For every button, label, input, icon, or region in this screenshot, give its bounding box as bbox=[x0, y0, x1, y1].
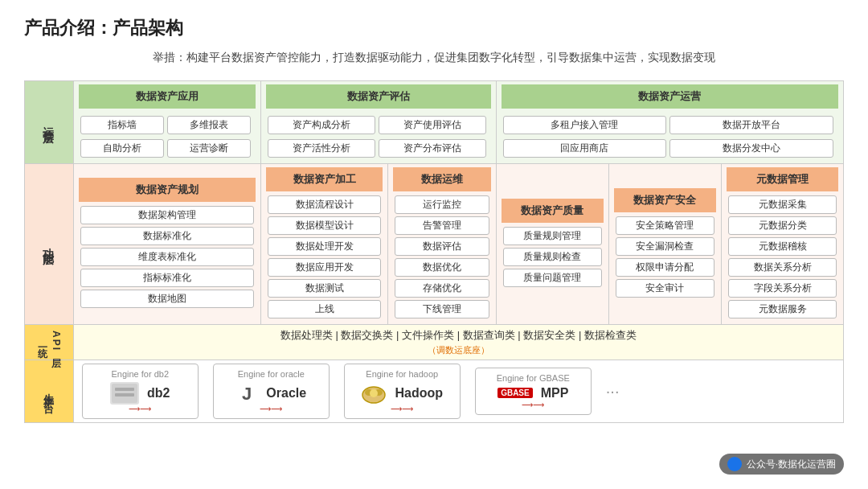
api-sub: （调数运底座） bbox=[79, 344, 838, 356]
func-proc-item-2: 数据处理开发 bbox=[268, 237, 381, 256]
ops-app-item-1: 多维报表 bbox=[167, 116, 251, 134]
ops-app-item-2: 自助分析 bbox=[80, 139, 164, 158]
api-content: 数据处理类 | 数据交换类 | 文件操作类 | 数据查询类 | 数据安全类 | … bbox=[79, 328, 838, 343]
engine-gbase-name: MPP bbox=[541, 386, 569, 401]
func-plan-cell: 数据资产规划 数据架构管理 数据标准化 维度表标准化 指标标准化 数据地图 bbox=[73, 163, 261, 324]
func-layer-row: 功能层 数据资产规划 数据架构管理 数据标准化 维度表标准化 指标标准化 数据地… bbox=[25, 163, 844, 324]
ops-eval-item-0: 资产构成分析 bbox=[268, 116, 375, 134]
svg-rect-2 bbox=[115, 393, 134, 397]
hadoop-arrow: ⟶⟶ bbox=[351, 405, 453, 413]
func-ops-header: 数据运维 bbox=[393, 167, 490, 191]
ops-mgmt-header: 数据资产运营 bbox=[502, 84, 838, 109]
subtitle: 举措：构建平台数据资产管控能力，打造数据驱动能力，促进集团数字化转型，引导数据集… bbox=[24, 48, 844, 68]
ops-eval-item-1: 资产使用评估 bbox=[379, 116, 486, 134]
prod-layer-label: 生产平台 bbox=[25, 360, 74, 422]
func-ops-cell: 数据运维 运行监控 告警管理 数据评估 数据优化 存储优化 下线管理 bbox=[388, 163, 496, 324]
ops-mgmt-item-0: 多租户接入管理 bbox=[503, 116, 667, 134]
engine-gbase-logo: GBASE MPP bbox=[482, 386, 584, 401]
func-plan-header: 数据资产规划 bbox=[79, 178, 256, 202]
func-security-cell: 数据资产安全 安全策略管理 安全漏洞检查 权限申请分配 安全审计 bbox=[608, 163, 721, 324]
watermark-icon bbox=[727, 457, 742, 471]
func-plan-item-3: 指标标准化 bbox=[80, 269, 255, 287]
func-proc-item-4: 数据测试 bbox=[268, 279, 381, 298]
func-ops-item-2: 数据评估 bbox=[395, 237, 489, 256]
watermark-text: 公众号·数据化运营圈 bbox=[747, 458, 836, 471]
prod-layer-row: 生产平台 Engine for db2 db2 bbox=[25, 360, 844, 422]
hadoop-icon bbox=[361, 382, 387, 405]
engine-gbase-title: Engine for GBASE bbox=[482, 373, 584, 383]
ops-app-item-0: 指标墙 bbox=[80, 116, 164, 134]
func-quality-item-1: 质量规则检查 bbox=[503, 248, 602, 266]
ops-layer-row: 运营层 数据资产应用 指标墙 多维报表 自助分析 运营诊断 数据资产评估 资产构… bbox=[25, 80, 844, 163]
func-quality-item-2: 质量问题管理 bbox=[503, 269, 602, 287]
api-layer-row: 统一 API层 数据处理类 | 数据交换类 | 文件操作类 | 数据查询类 | … bbox=[25, 324, 844, 360]
gbase-arrow: ⟶⟶ bbox=[482, 401, 584, 409]
ops-app-item-3: 运营诊断 bbox=[167, 139, 251, 158]
svg-point-7 bbox=[370, 389, 378, 397]
engine-gbase: Engine for GBASE GBASE MPP ⟶⟶ bbox=[475, 368, 592, 415]
ops-mgmt-item-1: 数据开放平台 bbox=[669, 116, 833, 134]
prod-engines-cell: Engine for db2 db2 ⟶⟶ bbox=[73, 360, 843, 422]
func-proc-cell: 数据资产加工 数据流程设计 数据模型设计 数据处理开发 数据应用开发 数据测试 … bbox=[261, 163, 388, 324]
func-meta-item-4: 字段关系分析 bbox=[728, 279, 837, 298]
func-security-item-0: 安全策略管理 bbox=[616, 216, 714, 235]
func-plan-item-4: 数据地图 bbox=[80, 290, 255, 308]
api-content-cell: 数据处理类 | 数据交换类 | 文件操作类 | 数据查询类 | 数据安全类 | … bbox=[73, 324, 843, 360]
ops-mgmt-cell: 数据资产运营 多租户接入管理 数据开放平台 回应用商店 数据分发中心 bbox=[496, 80, 843, 163]
db2-arrow: ⟶⟶ bbox=[89, 405, 191, 413]
func-security-item-3: 安全审计 bbox=[616, 279, 714, 298]
ops-eval-item-2: 资产活性分析 bbox=[268, 139, 375, 158]
func-ops-item-1: 告警管理 bbox=[395, 216, 489, 235]
func-proc-header: 数据资产加工 bbox=[266, 167, 383, 191]
engine-hadoop-logo: Hadoop bbox=[351, 382, 453, 405]
func-ops-item-5: 下线管理 bbox=[395, 300, 489, 318]
func-security-item-1: 安全漏洞检查 bbox=[616, 237, 714, 256]
more-engines-dots: ··· bbox=[603, 382, 620, 401]
oracle-icon: J bbox=[235, 382, 258, 405]
ops-mgmt-item-2: 回应用商店 bbox=[503, 139, 667, 158]
engine-oracle-title: Engine for oracle bbox=[220, 369, 322, 379]
func-quality-header: 数据资产质量 bbox=[502, 199, 604, 223]
watermark: 公众号·数据化运营圈 bbox=[719, 454, 844, 475]
engine-db2: Engine for db2 db2 ⟶⟶ bbox=[82, 364, 199, 419]
page-title: 产品介绍：产品架构 bbox=[24, 16, 844, 40]
func-quality-cell: 数据资产质量 质量规则管理 质量规则检查 质量问题管理 bbox=[496, 163, 608, 324]
engine-oracle-logo: J Oracle bbox=[220, 382, 322, 405]
engine-hadoop-title: Engine for hadoop bbox=[351, 369, 453, 379]
func-security-header: 数据资产安全 bbox=[614, 188, 716, 212]
func-plan-item-0: 数据架构管理 bbox=[80, 206, 255, 224]
oracle-arrow: ⟶⟶ bbox=[220, 405, 322, 413]
func-security-item-2: 权限申请分配 bbox=[616, 258, 714, 277]
engine-oracle: Engine for oracle J Oracle ⟶⟶ bbox=[213, 364, 330, 419]
ops-eval-cell: 数据资产评估 资产构成分析 资产使用评估 资产活性分析 资产分布评估 bbox=[261, 80, 496, 163]
func-proc-item-3: 数据应用开发 bbox=[268, 258, 381, 277]
gbase-badge: GBASE bbox=[497, 388, 533, 398]
db2-icon bbox=[110, 382, 139, 405]
func-meta-cell: 元数据管理 元数据采集 元数据分类 元数据稽核 数据关系分析 字段关系分析 元数… bbox=[722, 163, 844, 324]
engine-hadoop: Engine for hadoop Hadoop ⟶⟶ bbox=[344, 364, 461, 419]
engine-db2-title: Engine for db2 bbox=[89, 369, 191, 379]
engine-hadoop-name: Hadoop bbox=[395, 386, 443, 401]
ops-app-header: 数据资产应用 bbox=[79, 84, 256, 109]
func-ops-item-3: 数据优化 bbox=[395, 258, 489, 277]
engine-db2-logo: db2 bbox=[89, 382, 191, 405]
func-meta-item-2: 元数据稽核 bbox=[728, 237, 837, 256]
func-plan-item-2: 维度表标准化 bbox=[80, 248, 255, 266]
ops-data-app-cell: 数据资产应用 指标墙 多维报表 自助分析 运营诊断 bbox=[73, 80, 261, 163]
func-layer-label: 功能层 bbox=[25, 163, 74, 324]
ops-eval-header: 数据资产评估 bbox=[266, 84, 490, 109]
func-plan-item-1: 数据标准化 bbox=[80, 227, 255, 245]
func-proc-item-0: 数据流程设计 bbox=[268, 195, 381, 214]
ops-mgmt-item-3: 数据分发中心 bbox=[669, 139, 833, 158]
func-quality-item-0: 质量规则管理 bbox=[503, 227, 602, 245]
svg-text:J: J bbox=[242, 384, 252, 404]
ops-layer-label: 运营层 bbox=[25, 80, 74, 163]
func-proc-item-5: 上线 bbox=[268, 300, 381, 318]
func-meta-item-3: 数据关系分析 bbox=[728, 258, 837, 277]
func-ops-item-4: 存储优化 bbox=[395, 279, 489, 298]
svg-rect-1 bbox=[115, 388, 134, 391]
architecture-table: 运营层 数据资产应用 指标墙 多维报表 自助分析 运营诊断 数据资产评估 资产构… bbox=[24, 80, 844, 423]
engine-oracle-name: Oracle bbox=[266, 386, 306, 401]
engine-db2-name: db2 bbox=[147, 386, 170, 401]
func-meta-item-0: 元数据采集 bbox=[728, 195, 837, 214]
